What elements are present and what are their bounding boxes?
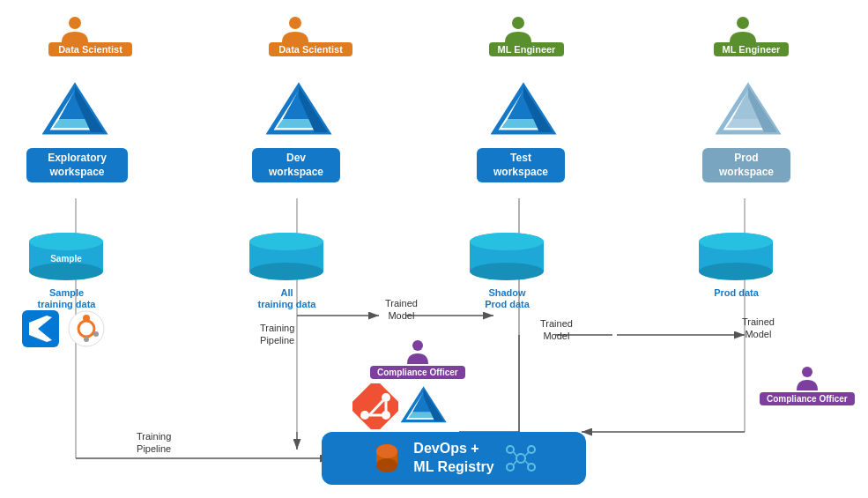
svg-text:Sample: Sample: [50, 254, 82, 264]
azure-ml-icon: [401, 383, 447, 429]
flow-label-trained-model-1: TrainedModel: [385, 297, 418, 323]
devops-mlregistry-box: DevOps +ML Registry: [322, 432, 586, 485]
compliance-person-icon-2: [795, 366, 820, 390]
workspace-icon-3: [491, 79, 557, 143]
svg-point-18: [512, 17, 524, 29]
svg-point-44: [249, 233, 323, 250]
person-icon-2: [278, 16, 313, 44]
flow-label-trained-model-3: TrainedModel: [742, 316, 775, 341]
workspace-icon-1: [42, 79, 108, 143]
svg-point-48: [470, 233, 544, 250]
svg-point-76: [516, 454, 525, 463]
svg-rect-53: [22, 310, 59, 347]
svg-point-16: [69, 17, 81, 29]
data-store-4: Prod data: [694, 231, 778, 299]
role-badge-4: ML Engineer: [714, 42, 789, 56]
workspace-exploratory: Exploratoryworkspace: [26, 148, 128, 182]
svg-point-39: [29, 233, 103, 250]
svg-line-84: [525, 461, 529, 465]
svg-point-60: [802, 367, 812, 377]
svg-point-57: [84, 337, 89, 342]
network-icon: [505, 442, 537, 474]
person-icon-4: [725, 16, 760, 44]
svg-point-38: [29, 263, 103, 280]
svg-rect-61: [352, 383, 398, 429]
data-store-2: Alltraining data: [245, 231, 329, 310]
tool-icons: [22, 310, 105, 347]
svg-point-47: [470, 263, 544, 280]
devops-label: DevOps +ML Registry: [413, 440, 493, 477]
workspace-dev: Devworkspace: [252, 148, 340, 182]
svg-point-56: [83, 315, 90, 322]
pipeline-icon: [371, 442, 403, 474]
svg-point-43: [249, 263, 323, 280]
svg-line-81: [514, 452, 516, 456]
data-store-1: Sample Sampletraining data: [25, 231, 108, 310]
svg-point-78: [528, 446, 535, 453]
role-badge-1: Data Scientist: [48, 42, 132, 56]
flow-label-trained-model-2: TrainedModel: [540, 317, 573, 343]
person-icon-3: [501, 16, 536, 44]
svg-point-79: [507, 464, 514, 471]
svg-point-74: [376, 458, 397, 472]
diagram-container: Data Scientist Data Scientist ML Enginee…: [0, 0, 868, 498]
compliance-person-icon-1: [405, 339, 430, 364]
role-badge-3: ML Engineer: [489, 42, 564, 56]
svg-point-19: [737, 17, 749, 29]
flow-label-training-pipeline-1: TrainingPipeline: [137, 430, 171, 456]
workspace-test: Testworkspace: [477, 148, 565, 182]
svg-point-77: [507, 446, 514, 453]
svg-point-63: [360, 411, 369, 420]
compliance-badge-1: Compliance Officer: [370, 366, 465, 379]
svg-point-75: [376, 444, 397, 458]
workspace-icon-2: [266, 79, 332, 143]
git-icon: [352, 383, 398, 429]
role-badge-2: Data Scientist: [269, 42, 352, 56]
compliance-officer-2: Compliance Officer: [760, 366, 855, 405]
svg-line-83: [514, 461, 516, 465]
workspace-prod: Prodworkspace: [702, 148, 790, 182]
workspace-icon-4: [716, 79, 782, 143]
vscode-icon: [22, 310, 59, 347]
compliance-officer-1: Compliance Officer: [370, 339, 465, 379]
flow-label-training-pipeline-2: TrainingPipeline: [260, 322, 294, 347]
svg-point-51: [699, 263, 773, 280]
jupyter-icon: [68, 310, 105, 347]
data-store-3: ShadowProd data: [465, 231, 549, 310]
svg-point-80: [528, 464, 535, 471]
svg-point-17: [289, 17, 301, 29]
svg-point-58: [93, 331, 99, 337]
svg-line-82: [525, 452, 529, 456]
person-icon-1: [57, 16, 93, 44]
svg-point-52: [699, 233, 773, 250]
compliance-badge-2: Compliance Officer: [760, 392, 855, 405]
svg-point-59: [412, 340, 423, 351]
